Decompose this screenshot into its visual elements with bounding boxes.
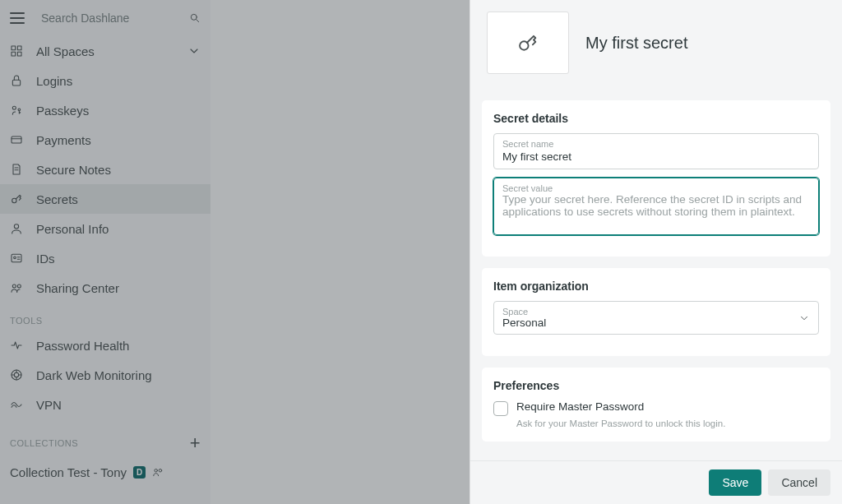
require-mp-hint: Ask for your Master Password to unlock t… [516, 418, 819, 428]
svg-rect-6 [12, 80, 20, 86]
svg-point-7 [12, 106, 16, 109]
svg-point-22 [14, 372, 18, 377]
space-select[interactable]: Space Personal [493, 301, 819, 335]
nav-label: VPN [36, 398, 62, 412]
nav-logins[interactable]: Logins [0, 66, 210, 95]
lock-icon [10, 74, 23, 87]
id-icon [10, 252, 23, 265]
tools-section-label: TOOLS [0, 303, 210, 331]
svg-point-20 [17, 284, 21, 288]
nav-dark-web[interactable]: Dark Web Monitoring [0, 360, 210, 390]
note-icon [10, 163, 23, 176]
nav-label: Personal Info [36, 222, 109, 236]
menu-icon[interactable] [10, 12, 25, 24]
sidebar: Search Dashlane All Spaces Logins Passke… [0, 0, 210, 504]
card-icon [10, 133, 23, 146]
nav: All Spaces Logins Passkeys Payments Secu… [0, 36, 210, 504]
require-mp-label: Require Master Password [516, 400, 644, 413]
panel-footer: Save Cancel [470, 460, 842, 504]
grid-icon [10, 44, 23, 58]
nav-label: Sharing Center [36, 281, 119, 295]
nav-ids[interactable]: IDs [0, 243, 210, 273]
nav-vpn[interactable]: VPN [0, 390, 210, 419]
collection-item[interactable]: Collection Test - Tony D [0, 457, 210, 487]
nav-passkeys[interactable]: Passkeys [0, 95, 210, 125]
health-icon [10, 339, 23, 352]
sharing-icon [10, 281, 23, 294]
space-value: Personal [502, 317, 810, 329]
sidebar-top: Search Dashlane [0, 0, 210, 36]
secret-panel: My first secret Secret details Secret na… [470, 0, 842, 504]
nav-secure-notes[interactable]: Secure Notes [0, 155, 210, 184]
nav-payments[interactable]: Payments [0, 125, 210, 155]
nav-label: Dark Web Monitoring [36, 368, 152, 382]
cancel-button[interactable]: Cancel [768, 469, 830, 496]
nav-all-spaces[interactable]: All Spaces [0, 36, 210, 66]
nav-label: Password Health [36, 339, 129, 353]
item-organization-card: Item organization Space Personal [482, 268, 830, 356]
collections-label: COLLECTIONS [10, 438, 78, 448]
svg-point-28 [159, 469, 162, 473]
svg-line-1 [197, 20, 199, 22]
collection-badge: D [133, 466, 146, 479]
collection-label: Collection Test - Tony [10, 465, 127, 479]
nav-label: All Spaces [36, 44, 95, 58]
chevron-down-icon [798, 312, 810, 324]
panel-body: Secret details Secret name Secret value … [470, 89, 842, 460]
key-icon [10, 192, 23, 206]
nav-sharing-center[interactable]: Sharing Center [0, 273, 210, 303]
card-title: Item organization [493, 280, 819, 293]
chevron-down-icon [187, 44, 201, 58]
secret-name-input[interactable] [502, 150, 810, 163]
nav-label: Payments [36, 133, 91, 147]
svg-rect-9 [12, 136, 21, 143]
svg-point-16 [14, 257, 16, 259]
svg-point-0 [191, 14, 197, 20]
secret-value-field[interactable]: Secret value [493, 178, 819, 235]
person-icon [10, 222, 23, 235]
card-title: Secret details [493, 112, 819, 125]
add-collection-button[interactable]: + [190, 434, 201, 452]
save-button[interactable]: Save [709, 469, 761, 496]
nav-label: Passkeys [36, 104, 89, 118]
card-title: Preferences [493, 379, 819, 392]
svg-point-27 [155, 469, 158, 473]
svg-rect-15 [12, 254, 21, 261]
search-input[interactable]: Search Dashlane [41, 12, 189, 25]
panel-header: My first secret [470, 0, 842, 89]
svg-rect-2 [12, 46, 16, 50]
nav-secrets[interactable]: Secrets [0, 184, 210, 214]
svg-rect-5 [17, 52, 21, 56]
svg-rect-3 [17, 46, 21, 50]
nav-label: Secure Notes [36, 163, 111, 177]
secret-details-card: Secret details Secret name Secret value [482, 100, 830, 257]
require-mp-checkbox[interactable] [493, 401, 508, 416]
nav-label: IDs [36, 252, 55, 266]
nav-label: Logins [36, 74, 72, 88]
field-label: Secret name [502, 139, 810, 149]
collections-header: COLLECTIONS + [0, 419, 210, 457]
secret-name-field[interactable]: Secret name [493, 133, 819, 169]
vpn-icon [10, 398, 23, 411]
passkey-icon [10, 104, 23, 117]
secret-thumbnail [487, 12, 569, 74]
sharing-small-icon [152, 466, 164, 478]
secret-value-input[interactable] [502, 193, 810, 226]
search-icon[interactable] [189, 12, 201, 24]
panel-title: My first secret [585, 34, 687, 53]
nav-label: Secrets [36, 192, 78, 206]
field-label: Space [502, 307, 810, 317]
nav-personal-info[interactable]: Personal Info [0, 214, 210, 243]
nav-password-health[interactable]: Password Health [0, 331, 210, 360]
require-mp-row: Require Master Password [493, 400, 819, 416]
svg-point-14 [14, 224, 18, 229]
preferences-card: Preferences Require Master Password Ask … [482, 368, 830, 442]
key-icon [516, 31, 539, 54]
svg-rect-4 [12, 52, 16, 56]
field-label: Secret value [502, 183, 810, 193]
svg-point-19 [12, 284, 16, 288]
radar-icon [10, 368, 23, 381]
